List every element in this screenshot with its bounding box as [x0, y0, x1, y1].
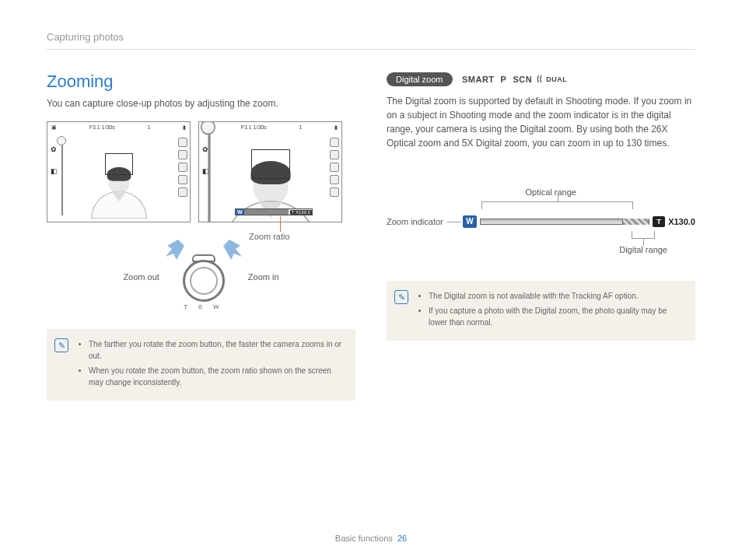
battery-icon: ▮	[334, 124, 338, 131]
footer-section: Basic functions	[335, 534, 393, 543]
mode-smart: SMART	[462, 75, 495, 84]
mode-p: P	[501, 75, 507, 84]
digital-zoom-badge: Digital zoom	[387, 72, 453, 86]
right-column: Digital zoom SMART P SCN DUAL The Digita…	[387, 72, 695, 401]
leader-line	[447, 222, 461, 222]
side-icon	[178, 138, 187, 147]
note-box-left: ✎ The farther you rotate the zoom button…	[47, 329, 355, 401]
mode-readout: 1	[147, 124, 150, 131]
zoom-indicator-diagram: Optical range Zoom indicator W T X130.0 …	[387, 189, 695, 259]
digital-range-label: Digital range	[619, 245, 667, 254]
note-item: The Digital zoom is not available with t…	[429, 290, 684, 302]
note-icon: ✎	[54, 338, 68, 352]
indicator-track	[480, 219, 649, 225]
zoom-out-label: Zoom out	[123, 272, 159, 282]
mode-scn: SCN	[513, 75, 532, 84]
zoom-value: X130.0	[668, 217, 695, 226]
side-icon	[178, 175, 187, 184]
zoom-indicator-label: Zoom indicator	[387, 217, 443, 226]
dial-scale: T 0 W	[169, 303, 239, 310]
camera-icon: ▣	[51, 124, 57, 131]
battery-icon: ▮	[183, 124, 186, 131]
mode-dual-icon: DUAL	[538, 75, 567, 83]
optical-bracket	[481, 201, 633, 209]
side-icon	[178, 150, 187, 159]
w-marker: W	[463, 215, 477, 228]
zoom-ratio-bar: W T X130.0	[235, 208, 313, 215]
side-icon	[330, 163, 339, 172]
zoom-in-label: Zoom in	[248, 272, 279, 282]
streetlamp-graphic	[57, 136, 68, 215]
focus-rectangle	[105, 153, 133, 175]
page-number: 26	[397, 534, 407, 543]
preview-screen-wide: ▣ F3.1 1/30s 1 ▮ ✿ ◧	[47, 121, 191, 222]
exposure-readout: F3.1 1/30s	[241, 124, 267, 131]
side-icons	[178, 138, 187, 197]
page-header: Capturing photos	[47, 31, 695, 50]
note-box-right: ✎ The Digital zoom is not available with…	[387, 281, 695, 341]
t-marker: T	[653, 216, 665, 227]
zoom-ratio-caption: Zoom ratio	[249, 232, 290, 241]
exposure-readout: F3.1 1/30s	[89, 124, 115, 131]
optical-range-label: Optical range	[526, 187, 576, 197]
digital-bracket	[632, 231, 655, 239]
page-footer: Basic functions 26	[0, 534, 742, 543]
person-graphic	[91, 169, 147, 219]
arrow-left-icon	[163, 240, 186, 260]
digital-segment	[622, 219, 649, 225]
side-icon	[178, 163, 187, 172]
side-icon	[330, 150, 339, 159]
note-item: The farther you rotate the zoom button, …	[89, 338, 345, 362]
indicator-bar: W T X130.0	[463, 215, 695, 228]
subheading-row: Digital zoom SMART P SCN DUAL	[387, 72, 695, 86]
side-icon	[330, 138, 339, 147]
side-icons	[330, 138, 339, 197]
zoom-dial-diagram: Zoom out T 0 W Zoom in	[47, 243, 355, 310]
zoom-bar-value: T X130.0	[290, 210, 312, 215]
section-title: Zooming	[47, 72, 355, 92]
content-columns: Zooming You can capture close-up photos …	[47, 72, 695, 401]
dial-ring	[183, 260, 225, 302]
arrow-right-icon	[222, 240, 245, 260]
mode-icons: SMART P SCN DUAL	[462, 75, 567, 84]
screenshots-wrap: ▣ F3.1 1/30s 1 ▮ ✿ ◧	[47, 121, 355, 222]
mode-readout: 1	[299, 124, 302, 131]
screenshots-row: ▣ F3.1 1/30s 1 ▮ ✿ ◧	[47, 121, 355, 222]
preview-screen-zoomed: ▣ F3.1 1/30s 1 ▮ ✿ ◧	[198, 121, 342, 222]
dial-graphic: T 0 W	[169, 243, 239, 310]
note-item: If you capture a photo with the Digital …	[429, 305, 684, 328]
side-icon	[178, 187, 187, 197]
left-column: Zooming You can capture close-up photos …	[47, 72, 355, 401]
focus-rectangle	[251, 149, 290, 179]
zoom-ratio-pointer	[280, 216, 281, 232]
note-item: When you rotate the zoom button, the zoo…	[89, 365, 345, 388]
streetlamp-graphic	[201, 121, 218, 222]
intro-text: You can capture close-up photos by adjus…	[47, 96, 355, 110]
side-icon	[330, 175, 339, 184]
side-icon	[330, 187, 339, 197]
note-icon: ✎	[394, 290, 408, 304]
digital-zoom-body: The Digital zoom is supported by default…	[387, 94, 695, 150]
